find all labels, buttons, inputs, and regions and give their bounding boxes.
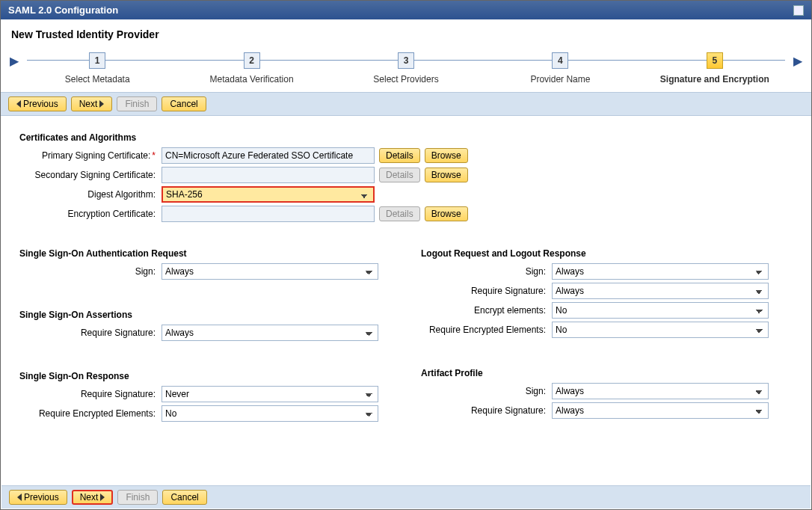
finish-button-bottom: Finish	[117, 490, 158, 505]
sso-auth-title: Single Sign-On Authentication Request	[19, 248, 391, 259]
encryption-browse-button[interactable]: Browse	[425, 206, 468, 221]
digest-label: Digest Algorithm:	[19, 189, 162, 200]
encryption-details-button: Details	[379, 206, 420, 221]
wizard-start-arrow-icon: ▶	[8, 54, 20, 68]
window-title: SAML 2.0 Configuration	[8, 4, 118, 16]
sso-assert-title: Single Sign-On Assertions	[19, 310, 391, 320]
wizard-label-3: Select Providers	[329, 74, 483, 85]
primary-cert-input[interactable]	[162, 147, 375, 164]
logout-reqsig-select[interactable]: Always	[552, 283, 769, 299]
wizard-step-2[interactable]: 2	[244, 52, 260, 69]
encryption-cert-label: Encryption Certificate:	[19, 209, 162, 219]
page-title: New Trusted Identity Provider	[1, 19, 811, 46]
next-button[interactable]: Next	[71, 96, 113, 111]
titlebar: SAML 2.0 Configuration	[1, 1, 811, 19]
logout-reqenc-label: Require Encrypted Elements:	[421, 325, 552, 335]
triangle-right-icon	[99, 100, 104, 108]
bottom-button-bar: Previous Next Finish Cancel	[1, 485, 811, 509]
secondary-details-button: Details	[379, 168, 420, 182]
logout-reqsig-label: Require Signature:	[421, 286, 552, 296]
logout-sign-select[interactable]: Always	[552, 263, 769, 280]
triangle-left-icon	[17, 494, 22, 501]
primary-cert-label: Primary Signing Certificate:*	[19, 150, 162, 161]
sso-assert-reqsig-select[interactable]: Always	[162, 325, 378, 341]
primary-browse-button[interactable]: Browse	[425, 148, 468, 163]
wizard-end-arrow-icon: ▶	[792, 54, 804, 68]
artifact-title: Artifact Profile	[421, 368, 793, 378]
triangle-right-icon	[100, 494, 105, 501]
sso-resp-reqenc-select[interactable]: No	[162, 405, 378, 422]
logout-encel-select[interactable]: No	[552, 302, 769, 319]
next-button-bottom[interactable]: Next	[72, 490, 114, 505]
saml-config-window: SAML 2.0 Configuration New Trusted Ident…	[0, 0, 812, 510]
cancel-button[interactable]: Cancel	[162, 96, 206, 111]
sso-resp-reqsig-select[interactable]: Never	[162, 386, 378, 402]
form-content: Certificates and Algorithms Primary Sign…	[1, 116, 811, 475]
window-control-icon[interactable]	[793, 5, 804, 16]
artifact-reqsig-select[interactable]: Always	[552, 402, 769, 419]
wizard-step-5[interactable]: 5	[707, 52, 723, 69]
previous-button[interactable]: Previous	[8, 96, 67, 111]
previous-button-bottom[interactable]: Previous	[9, 490, 67, 505]
secondary-cert-label: Secondary Signing Certificate:	[19, 170, 162, 180]
finish-button: Finish	[117, 96, 157, 111]
encryption-cert-input[interactable]	[162, 206, 375, 222]
cancel-button-bottom[interactable]: Cancel	[162, 490, 206, 505]
sso-assert-reqsig-label: Require Signature:	[19, 328, 162, 338]
sso-resp-reqenc-label: Require Encrypted Elements:	[19, 408, 162, 419]
primary-details-button[interactable]: Details	[379, 148, 420, 163]
top-button-bar: Previous Next Finish Cancel	[1, 92, 811, 116]
wizard-label-4: Provider Name	[483, 74, 637, 85]
artifact-sign-label: Sign:	[421, 386, 552, 396]
wizard-label-2: Metadata Verification	[174, 74, 328, 85]
sso-auth-sign-label: Sign:	[19, 266, 162, 277]
secondary-browse-button[interactable]: Browse	[425, 168, 468, 182]
secondary-cert-input[interactable]	[162, 167, 375, 183]
digest-algorithm-select[interactable]: SHA-256	[162, 186, 375, 203]
logout-sign-label: Sign:	[421, 266, 552, 277]
sso-resp-title: Single Sign-On Response	[19, 371, 391, 381]
logout-encel-label: Encrypt elements:	[421, 305, 552, 316]
logout-reqenc-select[interactable]: No	[552, 322, 769, 338]
wizard-step-3[interactable]: 3	[398, 52, 414, 69]
artifact-reqsig-label: Require Signature:	[421, 405, 552, 416]
wizard-step-4[interactable]: 4	[552, 52, 568, 69]
certs-group-title: Certificates and Algorithms	[19, 132, 793, 143]
artifact-sign-select[interactable]: Always	[552, 383, 769, 399]
wizard-step-1[interactable]: 1	[89, 52, 105, 69]
wizard-label-5: Signature and Encryption	[638, 74, 792, 85]
wizard-nav: ▶ 1 2 3 4 5 ▶ Select Metadata Metadata V…	[1, 46, 811, 92]
sso-resp-reqsig-label: Require Signature:	[19, 389, 162, 399]
logout-title: Logout Request and Logout Response	[421, 248, 793, 259]
sso-auth-sign-select[interactable]: Always	[162, 263, 378, 280]
wizard-label-1: Select Metadata	[20, 74, 174, 85]
triangle-left-icon	[16, 100, 21, 108]
